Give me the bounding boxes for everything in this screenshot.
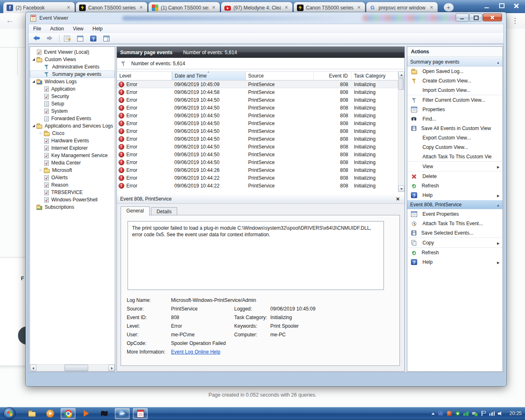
scroll-right-icon[interactable] [108,365,115,371]
action-item[interactable]: Event Properties [407,209,502,219]
tree-item[interactable]: Hardware Events [30,137,115,144]
action-item[interactable]: Attach Task To This Custom Vie... [407,152,502,161]
tray-volume-icon[interactable] [498,411,504,416]
tray-signal-strength-icon[interactable] [463,411,469,416]
tree-item[interactable]: Applications and Services Logs [30,122,115,130]
scroll-down-icon[interactable] [398,185,404,192]
action-item[interactable]: Save All Events in Custom View ... [407,123,502,133]
tree-item[interactable]: Custom Views [30,56,115,63]
table-row[interactable]: Error 09/06/2019 10:45:09 PrintService 8… [117,80,398,88]
tab-close-icon[interactable] [138,5,144,11]
tab-general[interactable]: General [121,206,150,216]
action-item[interactable]: Export Custom View... [407,133,502,142]
tray-action-center-icon[interactable] [481,411,486,416]
browser-tab[interactable]: Canon TS5000 series [294,2,365,13]
tab-details[interactable]: Details [151,207,178,216]
column-header-level[interactable]: Level [117,72,172,80]
table-row[interactable]: Error 09/06/2019 10:44:50 PrintService 8… [117,158,398,166]
tree-item[interactable]: Reason [30,181,115,189]
maximize-button[interactable] [469,14,482,21]
tab-close-icon[interactable] [211,5,217,11]
actions-section-header[interactable]: Event 808, PrintService [407,200,502,209]
browser-tab[interactable]: pnrpsvc error window [366,2,438,13]
tab-close-icon[interactable] [356,5,362,11]
action-item[interactable]: Open Saved Log... [407,66,502,76]
tray-network-icon[interactable] [489,411,495,416]
column-header-task-category[interactable]: Task Category [352,72,397,80]
action-item[interactable]: Properties [407,105,502,114]
column-header-source[interactable]: Source [246,72,314,80]
start-button[interactable] [3,407,16,420]
taskbar-media-player-button[interactable] [43,408,57,419]
tray-download-manager-icon[interactable] [455,411,460,416]
action-item[interactable]: View [407,161,502,171]
table-row[interactable]: Error 09/06/2019 10:44:22 PrintService 8… [117,182,398,189]
action-item[interactable]: Import Custom View... [407,85,502,95]
table-row[interactable]: Error 09/06/2019 10:44:22 PrintService 8… [117,174,398,182]
menu-item[interactable]: View [68,25,88,33]
table-row[interactable]: Error 09/06/2019 10:44:50 PrintService 8… [117,104,398,112]
browser-maximize-button[interactable] [496,2,507,10]
scroll-up-icon[interactable] [398,71,404,78]
table-row[interactable]: Error 09/06/2019 10:44:50 PrintService 8… [117,127,398,135]
scroll-left-icon[interactable] [30,365,37,371]
tree-expand-icon[interactable] [31,56,36,63]
menu-item[interactable]: Action [46,25,68,33]
action-item[interactable]: Refresh [407,181,502,190]
new-tab-button[interactable] [444,3,454,11]
tray-app-icon-red[interactable] [447,411,452,416]
taskbar-blue-app-button[interactable] [115,408,130,419]
tree-item[interactable]: Cisco [30,130,115,137]
action-item[interactable]: Help [407,190,502,200]
tree-item[interactable]: Summary page events [30,71,115,78]
action-item[interactable]: Save Selected Events... [407,228,502,237]
tree-item[interactable]: Application [30,85,115,93]
table-row[interactable]: Error 09/06/2019 10:44:50 PrintService 8… [117,151,398,158]
tree-expand-icon[interactable] [31,78,36,85]
title-bar[interactable]: Event Viewer [26,12,506,24]
tree-item[interactable]: Media Center [30,159,115,167]
action-item[interactable]: Copy Custom View... [407,142,502,152]
tab-close-icon[interactable] [66,5,71,11]
tree-item[interactable]: TRBSERVICE [30,189,115,196]
export-list-button[interactable] [63,34,73,43]
tab-close-icon[interactable] [429,5,434,11]
tree-item[interactable]: Administrative Events [30,63,115,71]
table-row[interactable]: Error 09/06/2019 10:44:58 PrintService 8… [117,88,398,96]
tree-item[interactable]: Security [30,93,115,100]
collapse-section-icon[interactable] [497,202,500,208]
browser-tab[interactable]: Canon TS5000 series [76,2,147,13]
table-row[interactable]: Error 09/06/2019 10:44:50 PrintService 8… [117,96,398,104]
browser-tab[interactable]: (1) Canon TS5000 ser [148,2,220,13]
tree-item[interactable]: OAlerts [30,174,115,181]
action-item[interactable]: Attach Task To This Event... [407,219,502,228]
taskbar-clock[interactable]: 20:25 [509,411,522,416]
close-button[interactable] [483,14,502,21]
table-row[interactable]: Error 09/06/2019 10:44:50 PrintService 8… [117,119,398,127]
table-row[interactable]: Error 09/06/2019 10:44:50 PrintService 8… [117,112,398,119]
browser-tab[interactable]: (97) Melodyne 4: Clea [221,2,292,13]
column-header-event-id[interactable]: Event ID [314,72,352,80]
column-header-date[interactable]: Date and Time [172,72,246,80]
tree-expand-icon[interactable] [31,122,36,130]
browser-minimize-button[interactable] [482,2,492,10]
tree-item[interactable]: Subscriptions [30,203,115,211]
minimize-button[interactable] [456,14,469,21]
show-action-pane-button[interactable] [102,34,113,43]
tree-item[interactable]: Windows PowerShell [30,196,115,203]
help-button[interactable] [89,34,100,43]
action-item[interactable]: Filter Current Custom View... [407,95,502,105]
tree-item[interactable]: Windows Logs [30,78,115,85]
tray-safely-remove-hardware-icon[interactable] [472,411,478,416]
scrollbar-thumb[interactable] [399,78,404,90]
table-vertical-scrollbar[interactable] [398,71,404,192]
tree-item[interactable]: Internet Explorer [30,144,115,152]
action-item[interactable]: Help [407,257,502,267]
tree-item[interactable]: Event Viewer (Local) [30,48,115,56]
table-row[interactable]: Error 09/06/2019 10:44:50 PrintService 8… [117,135,398,143]
table-row[interactable]: Error 09/06/2019 10:44:50 PrintService 8… [117,143,398,151]
tree-item[interactable]: Setup [30,100,115,107]
taskbar-explorer-button[interactable] [25,408,39,419]
menu-item[interactable]: Help [88,25,107,33]
taskbar-media-app-button[interactable] [79,408,94,419]
